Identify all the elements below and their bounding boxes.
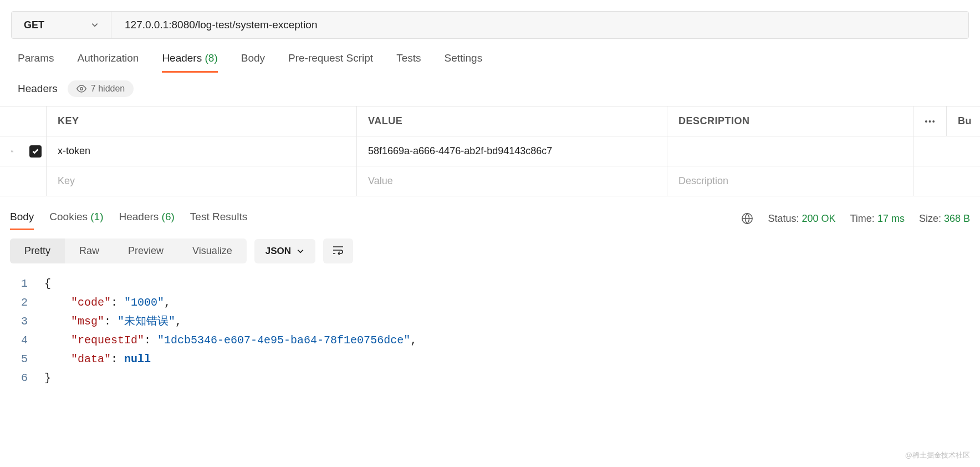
view-preview[interactable]: Preview: [114, 238, 178, 263]
drag-handle[interactable]: [0, 136, 24, 166]
tab-settings[interactable]: Settings: [445, 49, 483, 72]
table-row: x-token 58f1669a-a666-4476-ab2f-bd94143c…: [0, 136, 980, 166]
svg-point-2: [929, 120, 931, 123]
resp-tab-body[interactable]: Body: [10, 207, 34, 230]
view-raw[interactable]: Raw: [65, 238, 114, 263]
response-bar: Body Cookies (1) Headers (6) Test Result…: [0, 196, 980, 230]
row-checkbox[interactable]: [24, 136, 47, 166]
tab-prerequest[interactable]: Pre-request Script: [288, 49, 373, 72]
wrap-icon: [332, 245, 344, 255]
code-line: 1{: [0, 275, 980, 293]
col-key: KEY: [47, 106, 357, 136]
request-tabs: Params Authorization Headers (8) Body Pr…: [0, 39, 980, 73]
ellipsis-icon: [925, 120, 935, 123]
header-value-cell[interactable]: 58f1669a-a666-4476-ab2f-bd94143c86c7: [357, 136, 667, 166]
hidden-headers-toggle[interactable]: 7 hidden: [68, 80, 134, 97]
http-method-label: GET: [24, 19, 44, 31]
view-pretty[interactable]: Pretty: [10, 238, 65, 263]
format-select[interactable]: JSON: [254, 239, 315, 263]
svg-point-1: [925, 120, 927, 123]
size-value: 368 B: [944, 213, 970, 224]
col-description: DESCRIPTION: [667, 106, 913, 136]
code-line: 4 "requestId": "1dcb5346-e607-4e95-ba64-…: [0, 331, 980, 350]
col-spacer: [0, 106, 47, 136]
request-bar: GET: [11, 11, 969, 39]
code-line: 3 "msg": "未知错误",: [0, 312, 980, 331]
header-desc-input[interactable]: Description: [667, 166, 913, 196]
table-row-empty: Key Value Description: [0, 166, 980, 196]
resp-tab-cookies[interactable]: Cookies (1): [49, 207, 103, 230]
hidden-count-label: 7 hidden: [91, 84, 125, 94]
resp-headers-count: (6): [162, 211, 175, 222]
response-view-bar: Pretty Raw Preview Visualize JSON: [0, 230, 980, 272]
code-line: 5 "data": null: [0, 350, 980, 369]
wrap-lines-button[interactable]: [323, 238, 353, 263]
bulk-edit-button[interactable]: Bu: [947, 106, 980, 136]
globe-icon[interactable]: [741, 212, 753, 225]
chevron-down-icon: [91, 21, 99, 29]
view-mode-segment: Pretty Raw Preview Visualize: [10, 238, 247, 263]
tab-headers[interactable]: Headers (8): [162, 49, 217, 72]
headers-table: KEY VALUE DESCRIPTION Bu x-token 58f1669…: [0, 106, 980, 196]
time-block: Time: 17 ms: [850, 213, 905, 225]
drag-icon: [11, 148, 13, 155]
cookies-count: (1): [90, 211, 103, 222]
resp-tab-headers[interactable]: Headers (6): [119, 207, 174, 230]
more-columns-button[interactable]: [913, 106, 947, 136]
tab-tests[interactable]: Tests: [396, 49, 421, 72]
checkbox-checked-icon: [29, 145, 42, 158]
table-header-row: KEY VALUE DESCRIPTION Bu: [0, 106, 980, 136]
headers-label: Headers: [18, 83, 58, 95]
col-value: VALUE: [357, 106, 667, 136]
response-body-code[interactable]: 1{ 2 "code": "1000", 3 "msg": "未知错误", 4 …: [0, 272, 980, 399]
eye-icon: [76, 84, 86, 94]
svg-point-3: [932, 120, 935, 123]
size-block: Size: 368 B: [919, 213, 970, 225]
header-value-input[interactable]: Value: [357, 166, 667, 196]
headers-subbar: Headers 7 hidden: [0, 73, 980, 106]
status-value: 200 OK: [802, 213, 835, 224]
response-status: Status: 200 OK Time: 17 ms Size: 368 B: [741, 212, 970, 225]
svg-point-0: [80, 88, 83, 90]
status-block: Status: 200 OK: [768, 213, 835, 225]
code-line: 6}: [0, 369, 980, 388]
tab-body[interactable]: Body: [241, 49, 265, 72]
response-tabs: Body Cookies (1) Headers (6) Test Result…: [10, 207, 247, 230]
tab-params[interactable]: Params: [18, 49, 54, 72]
header-key-cell[interactable]: x-token: [47, 136, 357, 166]
chevron-down-icon: [297, 247, 304, 255]
tab-authorization[interactable]: Authorization: [77, 49, 139, 72]
code-line: 2 "code": "1000",: [0, 293, 980, 312]
header-desc-cell[interactable]: [667, 136, 913, 166]
time-value: 17 ms: [877, 213, 905, 224]
url-input[interactable]: [111, 12, 968, 38]
header-key-input[interactable]: Key: [47, 166, 357, 196]
format-label: JSON: [266, 246, 291, 257]
http-method-select[interactable]: GET: [12, 12, 111, 38]
headers-count: (8): [205, 52, 217, 64]
view-visualize[interactable]: Visualize: [178, 238, 247, 263]
resp-tab-test-results[interactable]: Test Results: [190, 207, 247, 230]
